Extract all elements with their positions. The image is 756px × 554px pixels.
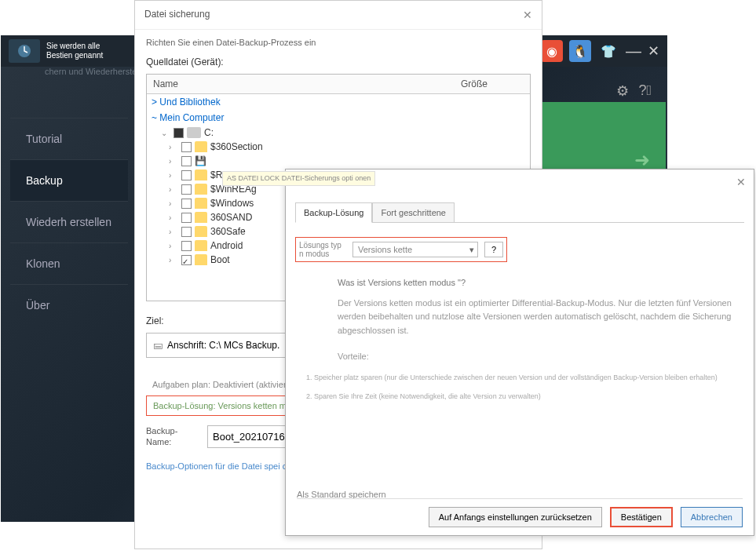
tray-icon-3[interactable]: 👕 <box>597 40 619 62</box>
gear-icon[interactable]: ⚙ <box>616 82 629 100</box>
checkbox[interactable] <box>181 156 192 166</box>
app-title: Sie werden alle Bestien genannt <box>46 42 103 60</box>
help-body: Der Versions ketten modus ist ein optimi… <box>338 297 744 338</box>
floppy-icon: 💾 <box>195 155 207 166</box>
folder-icon <box>195 141 207 152</box>
dialog-title: Datei sicherung <box>144 9 210 21</box>
checkbox[interactable] <box>181 184 192 195</box>
tray-icon-1[interactable]: ◉ <box>541 40 563 62</box>
checkbox-checked[interactable] <box>181 255 192 265</box>
dialog-close-icon[interactable]: ✕ <box>523 9 532 21</box>
solution-dialog: ✕ Backup-Lösung Fort geschrittene Lösung… <box>285 169 754 536</box>
tree-header-size[interactable]: Größe <box>461 78 524 89</box>
chevron-right-icon[interactable]: › <box>169 157 178 166</box>
folder-icon <box>195 212 207 223</box>
checkbox[interactable] <box>181 213 192 223</box>
chevron-right-icon[interactable]: › <box>169 242 178 250</box>
tree-header-name[interactable]: Name <box>153 78 461 89</box>
sidebar-restore[interactable]: Wiederh erstellen <box>10 201 128 242</box>
chevron-right-icon[interactable]: › <box>169 213 178 222</box>
checkbox[interactable] <box>181 170 192 180</box>
solution-select-row: Lösungs typ n modus Versions kette ? <box>295 237 507 262</box>
drive-icon: 🖴 <box>153 340 163 351</box>
advantage-2: 2. Sparen Sie Ihre Zeit (keine Notwendig… <box>306 391 744 402</box>
chevron-down-icon[interactable]: ⌄ <box>161 129 170 137</box>
dialog-instruction: Richten Sie einen Datei-Backup-Prozess e… <box>146 38 531 47</box>
folder-icon <box>195 198 207 209</box>
chevron-right-icon[interactable]: › <box>169 228 178 236</box>
cancel-button[interactable]: Abbrechen <box>681 507 743 527</box>
tree-folder[interactable]: ›💾 <box>147 154 530 168</box>
help-button[interactable]: ? <box>484 242 503 257</box>
sidebar: Tutorial Backup Wiederh erstellen Klonen… <box>10 118 128 326</box>
tree-computer[interactable]: ~ Mein Computer <box>147 110 530 126</box>
tray-icon-2[interactable]: 🐧 <box>569 40 591 62</box>
checkbox[interactable] <box>181 199 192 209</box>
sidebar-clone[interactable]: Klonen <box>10 242 128 284</box>
app-logo <box>9 39 40 63</box>
reset-button[interactable]: Auf Anfangs einstellungen zurücksetzen <box>429 507 602 527</box>
sidebar-tutorial[interactable]: Tutorial <box>10 118 128 159</box>
tree-library[interactable]: > Und Bibliothek <box>147 94 530 110</box>
arrow-icon: ➜ <box>634 149 650 171</box>
source-label: Quelldatei (Gerät): <box>146 56 531 67</box>
solution-dropdown[interactable]: Versions kette <box>352 242 478 257</box>
checkbox[interactable] <box>181 227 192 237</box>
confirm-button[interactable]: Bestätigen <box>610 507 673 527</box>
drive-icon <box>187 127 201 138</box>
tab-advanced[interactable]: Fort geschrittene <box>372 202 455 222</box>
checkbox-drive[interactable] <box>173 128 184 138</box>
help-question: Was ist Versions ketten modus "? <box>338 276 744 290</box>
folder-icon <box>195 169 207 180</box>
advantage-1: 1. Speicher platz sparen (nur die Unters… <box>306 372 744 383</box>
tabs: Backup-Lösung Fort geschrittene <box>295 202 744 223</box>
advantages-label: Vorteile: <box>338 350 744 364</box>
folder-icon <box>195 254 207 265</box>
chevron-right-icon[interactable]: › <box>169 143 178 151</box>
tooltip: AS DATEI LOCK DATEI-Sicherungs opti onen <box>222 171 375 186</box>
checkbox[interactable] <box>181 241 192 251</box>
minimize-icon[interactable]: — <box>626 42 641 60</box>
solution-type-label: Lösungs typ n modus <box>299 241 346 258</box>
tree-folder[interactable]: ›$360Section <box>147 140 530 154</box>
folder-icon <box>195 226 207 237</box>
chevron-right-icon[interactable]: › <box>169 185 178 194</box>
tree-drive-c[interactable]: ⌄ C: <box>147 126 530 140</box>
folder-icon <box>195 184 207 195</box>
tab-backup-solution[interactable]: Backup-Lösung <box>295 202 372 223</box>
help-icon[interactable]: ?⃝ <box>638 82 652 100</box>
close-icon[interactable]: ✕ <box>648 42 659 60</box>
chevron-right-icon[interactable]: › <box>169 171 178 180</box>
sidebar-backup[interactable]: Backup <box>10 159 128 201</box>
checkbox[interactable] <box>181 142 192 152</box>
sidebar-about[interactable]: Über <box>10 284 128 326</box>
chevron-right-icon[interactable]: › <box>169 256 178 264</box>
backup-name-label: Backup-Name: <box>146 426 201 446</box>
folder-icon <box>195 240 207 251</box>
chevron-right-icon[interactable]: › <box>169 199 178 208</box>
